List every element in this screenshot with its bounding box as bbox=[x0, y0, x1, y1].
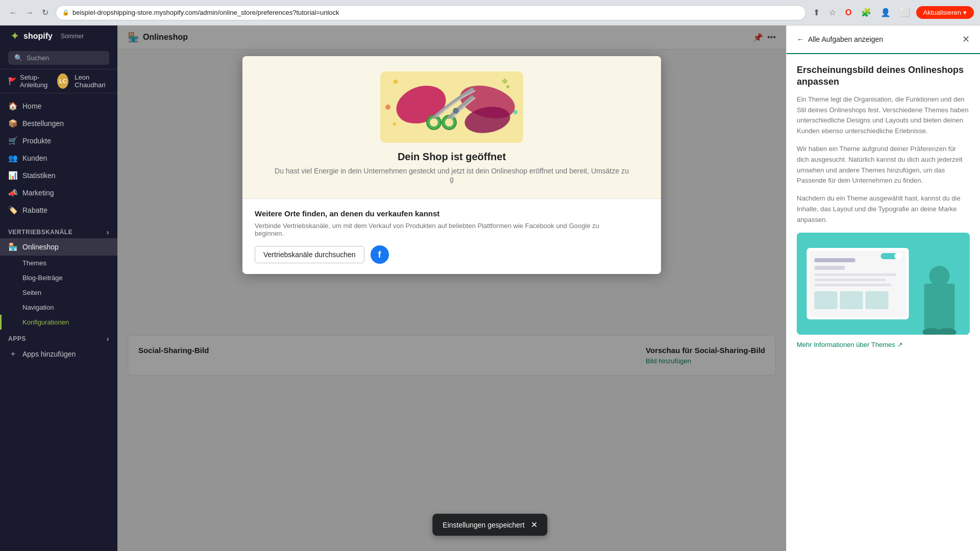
shopify-topbar: ✦ shopify Sommer bbox=[0, 26, 117, 47]
main-content: 🏪 Onlineshop 📌 ••• Social-Sharing-Bild bbox=[117, 26, 786, 551]
search-icon: 🔍 bbox=[14, 54, 22, 62]
modal-title: Dein Shop ist geöffnet bbox=[398, 151, 506, 163]
svg-rect-18 bbox=[815, 258, 855, 262]
sidebar-item-orders[interactable]: 📦 Bestellungen bbox=[0, 115, 117, 132]
aktualisieren-button[interactable]: Aktualisieren ▾ bbox=[916, 6, 974, 19]
modal-illustration: Dein Shop ist geöffnet Du hast viel Ener… bbox=[242, 56, 661, 198]
all-tasks-back-button[interactable]: ← Alle Aufgaben anzeigen bbox=[797, 35, 883, 43]
right-panel-close-button[interactable]: ✕ bbox=[962, 34, 970, 45]
panel-main-title: Erscheinungsbild deines Onlineshops anpa… bbox=[797, 64, 970, 88]
marketing-icon: 📣 bbox=[8, 188, 17, 197]
sidebar-item-label: Kunden bbox=[22, 154, 47, 162]
svg-point-3 bbox=[385, 105, 390, 110]
sidebar-item-pages[interactable]: Seiten bbox=[0, 285, 117, 300]
svg-point-29 bbox=[929, 266, 950, 286]
reload-button[interactable]: ↻ bbox=[39, 6, 52, 19]
blog-label: Blog-Beiträge bbox=[22, 274, 63, 282]
products-icon: 🛒 bbox=[8, 136, 17, 145]
home-icon: 🏠 bbox=[8, 102, 17, 111]
store-name: Sommer bbox=[61, 33, 84, 40]
sidebar-item-statistics[interactable]: 📊 Statistiken bbox=[0, 167, 117, 184]
address-bar[interactable]: 🔒 beispiel-dropshipping-store.myshopify.… bbox=[56, 5, 806, 20]
sidebar-item-label: Produkte bbox=[22, 137, 51, 145]
setup-anleitung-button[interactable]: 🚩 Setup-Anleitung bbox=[8, 73, 51, 89]
svg-rect-22 bbox=[815, 284, 891, 286]
sidebar-item-label: Rabatte bbox=[22, 206, 47, 214]
window-icon[interactable]: ⬜ bbox=[897, 6, 913, 19]
svg-point-11 bbox=[430, 118, 438, 127]
orders-icon: 📦 bbox=[8, 119, 17, 128]
right-panel-header: ← Alle Aufgaben anzeigen ✕ bbox=[787, 26, 980, 54]
sidebar-item-products[interactable]: 🛒 Produkte bbox=[0, 132, 117, 149]
svg-point-2 bbox=[506, 85, 509, 88]
sidebar-item-navigation[interactable]: Navigation bbox=[0, 300, 117, 315]
modal-overlay[interactable]: Dein Shop ist geöffnet Du hast viel Ener… bbox=[117, 49, 786, 551]
browser-chrome: ← → ↻ 🔒 beispiel-dropshipping-store.mysh… bbox=[0, 0, 980, 26]
sidebar-item-home[interactable]: 🏠 Home bbox=[0, 97, 117, 115]
apps-add-label: Apps hinzufügen bbox=[22, 350, 76, 358]
scissors-illustration bbox=[380, 71, 523, 143]
discounts-icon: 🏷️ bbox=[8, 206, 17, 215]
theme-illustration-svg bbox=[797, 233, 970, 335]
sidebar-item-onlineshop[interactable]: 🏪 Onlineshop bbox=[0, 238, 117, 256]
sidebar-item-label: Statistiken bbox=[22, 171, 56, 180]
sidebar-item-customers[interactable]: 👥 Kunden bbox=[0, 149, 117, 167]
search-bar[interactable]: 🔍 Suchen bbox=[8, 51, 109, 65]
plus-icon: ＋ bbox=[8, 349, 17, 359]
svg-rect-20 bbox=[815, 273, 896, 276]
forward-button[interactable]: → bbox=[22, 6, 37, 19]
back-button[interactable]: ← bbox=[6, 6, 20, 19]
customers-icon: 👥 bbox=[8, 154, 17, 163]
right-panel-body: Erscheinungsbild deines Onlineshops anpa… bbox=[787, 54, 980, 551]
onlineshop-icon: 🏪 bbox=[8, 242, 17, 252]
lock-icon: 🔒 bbox=[62, 9, 69, 16]
shopify-logo-icon: ✦ bbox=[10, 30, 19, 43]
chevron-down-icon: ▾ bbox=[963, 9, 967, 16]
user-name: Leon Chaudhari bbox=[75, 73, 109, 89]
sidebar-item-label: Onlineshop bbox=[22, 243, 59, 251]
sidebar-item-discounts[interactable]: 🏷️ Rabatte bbox=[0, 202, 117, 219]
modal-actions: Vertriebskanäle durchsuchen f bbox=[255, 245, 649, 264]
all-tasks-label: Alle Aufgaben anzeigen bbox=[808, 35, 883, 43]
modal-bottom-text: Verbinde Vertriebskanäle, um mit dem Ver… bbox=[255, 222, 602, 237]
panel-theme-image bbox=[797, 233, 970, 335]
chevron-right-icon[interactable]: › bbox=[107, 228, 109, 236]
panel-paragraph-1: Ein Theme legt die Organisation, die Fun… bbox=[797, 94, 970, 137]
share-icon[interactable]: ⬆ bbox=[810, 6, 823, 19]
svg-point-1 bbox=[394, 80, 398, 84]
svg-rect-24 bbox=[840, 291, 863, 309]
svg-point-27 bbox=[895, 253, 902, 260]
shopify-logo-text: shopify bbox=[23, 32, 53, 41]
topbar-right: 🚩 Setup-Anleitung LC Leon Chaudhari bbox=[0, 69, 117, 93]
extensions-icon[interactable]: 🧩 bbox=[858, 6, 874, 19]
vertriebskanaele-section: Vertriebskanäle › bbox=[0, 223, 117, 238]
scissors-svg bbox=[380, 71, 523, 143]
statistics-icon: 📊 bbox=[8, 171, 17, 180]
sidebar-item-blog[interactable]: Blog-Beiträge bbox=[0, 270, 117, 285]
browse-channels-button[interactable]: Vertriebskanäle durchsuchen bbox=[255, 246, 364, 263]
apps-chevron-icon[interactable]: › bbox=[107, 335, 109, 343]
app-layout: ✦ shopify Sommer 🔍 Suchen 🚩 Setup-Anleit… bbox=[0, 26, 980, 551]
modal-subtitle: Du hast viel Energie in dein Unternehmen… bbox=[273, 167, 630, 183]
external-link-icon: ↗ bbox=[897, 341, 903, 348]
search-placeholder: Suchen bbox=[27, 54, 49, 62]
sidebar-item-themes[interactable]: Themes bbox=[0, 256, 117, 270]
browser-actions: ⬆ ☆ O 🧩 👤 ⬜ Aktualisieren ▾ bbox=[810, 6, 974, 19]
sidebar-item-label: Home bbox=[22, 102, 41, 110]
svg-point-14 bbox=[453, 108, 458, 113]
toast-close-button[interactable]: ✕ bbox=[531, 520, 537, 530]
svg-point-13 bbox=[445, 118, 453, 127]
profile-icon[interactable]: 👤 bbox=[877, 6, 894, 19]
opera-icon[interactable]: O bbox=[842, 6, 854, 19]
sidebar-item-konfigurationen[interactable]: Konfigurationen bbox=[0, 315, 117, 330]
right-panel: ← Alle Aufgaben anzeigen ✕ Erscheinungsb… bbox=[786, 26, 980, 551]
konfigurationen-label: Konfigurationen bbox=[22, 318, 69, 326]
bookmark-icon[interactable]: ☆ bbox=[826, 6, 839, 19]
svg-rect-19 bbox=[815, 266, 845, 270]
sidebar-item-marketing[interactable]: 📣 Marketing bbox=[0, 184, 117, 202]
facebook-icon: f bbox=[371, 245, 389, 264]
sidebar-item-apps-add[interactable]: ＋ Apps hinzufügen bbox=[0, 345, 117, 363]
sidebar-item-label: Marketing bbox=[22, 189, 54, 197]
more-info-link[interactable]: Mehr Informationen über Themes ↗ bbox=[797, 341, 970, 348]
svg-rect-25 bbox=[866, 291, 889, 309]
